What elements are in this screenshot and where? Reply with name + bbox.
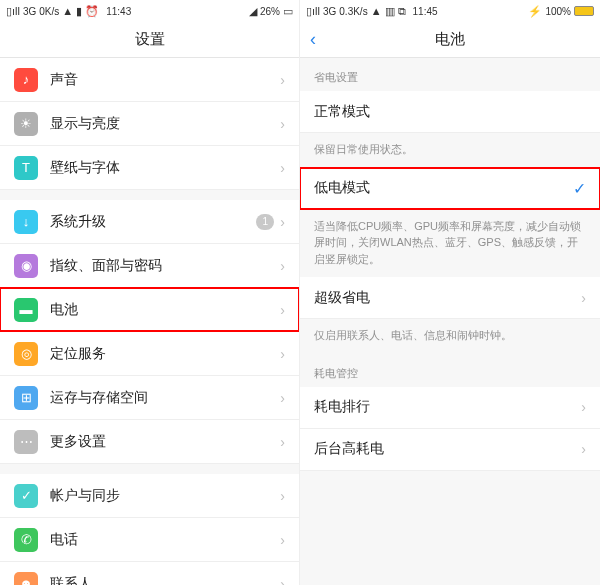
system-update-icon: ↓ [14,210,38,234]
contacts-icon: ☻ [14,572,38,586]
chevron-right-icon: › [280,346,285,362]
super-save-desc: 仅启用联系人、电话、信息和闹钟时钟。 [300,319,600,354]
low-power-mode-row[interactable]: 低电模式 ✓ [300,168,600,210]
storage-icon: ⊞ [14,386,38,410]
title-bar: 设置 [0,22,299,58]
more-icon: ⋯ [14,430,38,454]
chevron-right-icon: › [280,434,285,450]
status-bar: ▯ıll 3G 0K/s ▲ ▮ ⏰ 11:43 ◢ 26% ▭ [0,0,299,22]
alarm-icon: ⏰ [85,6,99,17]
row-label: 联系人 [50,575,280,586]
clock: 11:43 [106,6,131,17]
account-icon: ✓ [14,484,38,508]
status-bar: ▯ıll 3G 0.3K/s ▲ ▥ ⧉ 11:45 ⚡ 100% [300,0,600,22]
back-button[interactable]: ‹ [310,29,316,50]
chevron-right-icon: › [280,116,285,132]
chevron-right-icon: › [280,302,285,318]
sound-icon: ♪ [14,68,38,92]
location-icon: ◎ [14,342,38,366]
signal-icon: ▯ıll [6,6,20,17]
chevron-right-icon: › [280,390,285,406]
row-label: 电池 [50,301,280,319]
chevron-right-icon: › [280,258,285,274]
settings-row-more[interactable]: ⋯更多设置› [0,420,299,464]
settings-row-storage[interactable]: ⊞运存与存储空间› [0,376,299,420]
page-title: 设置 [135,30,165,49]
network-type: 3G [323,6,336,17]
settings-row-account[interactable]: ✓帐户与同步› [0,474,299,518]
settings-row-location[interactable]: ◎定位服务› [0,332,299,376]
row-label: 帐户与同步 [50,487,280,505]
chevron-right-icon: › [280,72,285,88]
row-label: 系统升级 [50,213,256,231]
card-icon: ▥ [385,6,395,17]
chevron-right-icon: › [581,290,586,306]
chevron-right-icon: › [581,441,586,457]
wallpaper-icon: T [14,156,38,180]
settings-row-fingerprint[interactable]: ◉指纹、面部与密码› [0,244,299,288]
normal-mode-label: 正常模式 [314,103,586,121]
section-power-usage: 耗电管控 [300,354,600,387]
charging-icon: ⚡ [528,6,542,17]
usage-ranking-row[interactable]: 耗电排行 › [300,387,600,429]
check-icon: ✓ [573,179,586,198]
warning-icon: ▲ [62,6,73,17]
settings-screen: ▯ıll 3G 0K/s ▲ ▮ ⏰ 11:43 ◢ 26% ▭ 设置 ♪声音›… [0,0,300,585]
fingerprint-icon: ◉ [14,254,38,278]
settings-row-phone-app[interactable]: ✆电话› [0,518,299,562]
chevron-right-icon: › [280,214,285,230]
warning-icon: ▲ [371,6,382,17]
section-power-saving: 省电设置 [300,58,600,91]
settings-row-sound[interactable]: ♪声音› [0,58,299,102]
row-label: 电话 [50,531,280,549]
battery-icon [574,6,594,16]
chevron-right-icon: › [280,532,285,548]
chevron-right-icon: › [280,488,285,504]
bg-high-usage-label: 后台高耗电 [314,440,581,458]
battery-percent: 100% [545,6,571,17]
super-save-row[interactable]: 超级省电 › [300,277,600,319]
normal-mode-desc: 保留日常使用状态。 [300,133,600,168]
chevron-right-icon: › [280,160,285,176]
usage-ranking-label: 耗电排行 [314,398,581,416]
battery-screen: ▯ıll 3G 0.3K/s ▲ ▥ ⧉ 11:45 ⚡ 100% ‹ 电池 省… [300,0,600,585]
settings-row-system-update[interactable]: ↓系统升级1› [0,200,299,244]
settings-row-display[interactable]: ☀显示与亮度› [0,102,299,146]
row-label: 声音 [50,71,280,89]
normal-mode-row[interactable]: 正常模式 [300,91,600,133]
network-type: 3G [23,6,36,17]
row-label: 壁纸与字体 [50,159,280,177]
net-speed: 0.3K/s [339,6,367,17]
page-title: 电池 [435,30,465,49]
settings-row-contacts[interactable]: ☻联系人› [0,562,299,585]
row-label: 更多设置 [50,433,280,451]
battery-percent: 26% [260,6,280,17]
signal-icon: ▯ıll [306,6,320,17]
vibrate-icon: ▮ [76,6,82,17]
row-label: 定位服务 [50,345,280,363]
row-label: 显示与亮度 [50,115,280,133]
badge: 1 [256,214,274,230]
chevron-right-icon: › [581,399,586,415]
bg-high-usage-row[interactable]: 后台高耗电 › [300,429,600,471]
row-label: 指纹、面部与密码 [50,257,280,275]
chevron-right-icon: › [280,576,285,586]
net-speed: 0K/s [39,6,59,17]
battery-icon: ▬ [14,298,38,322]
screenshot-icon: ⧉ [398,6,406,17]
phone-app-icon: ✆ [14,528,38,552]
settings-row-battery[interactable]: ▬电池› [0,288,299,332]
battery-settings[interactable]: 省电设置 正常模式 保留日常使用状态。 低电模式 ✓ 适当降低CPU频率、GPU… [300,58,600,585]
settings-list[interactable]: ♪声音›☀显示与亮度›T壁纸与字体› ↓系统升级1›◉指纹、面部与密码›▬电池›… [0,58,299,585]
display-icon: ☀ [14,112,38,136]
row-label: 运存与存储空间 [50,389,280,407]
settings-row-wallpaper[interactable]: T壁纸与字体› [0,146,299,190]
super-save-label: 超级省电 [314,289,581,307]
title-bar: ‹ 电池 [300,22,600,58]
clock: 11:45 [413,6,438,17]
low-power-mode-label: 低电模式 [314,179,573,197]
wifi-icon: ◢ [249,6,257,17]
low-power-mode-desc: 适当降低CPU频率、GPU频率和屏幕亮度，减少自动锁屏时间，关闭WLAN热点、蓝… [300,210,600,278]
battery-icon: ▭ [283,6,293,17]
